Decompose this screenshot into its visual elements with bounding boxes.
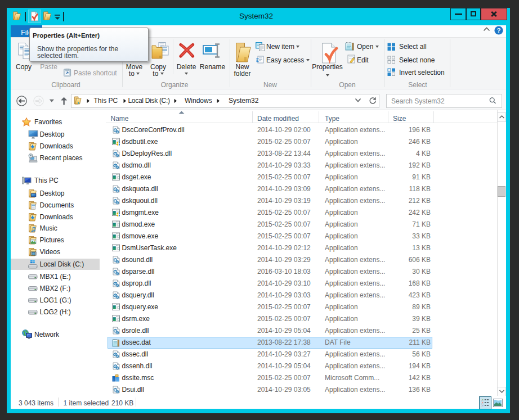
svg-text:?: ? bbox=[496, 27, 500, 34]
